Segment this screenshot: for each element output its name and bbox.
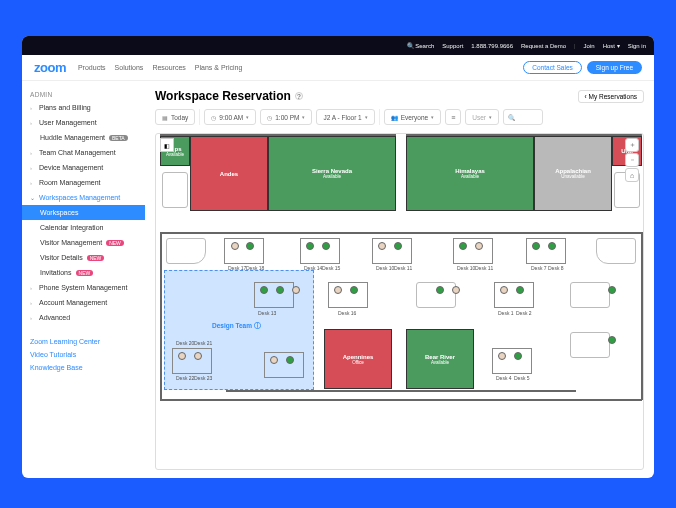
floor-filter[interactable]: J2 A - Floor 1▾ xyxy=(316,109,374,125)
sidebar-item-account-management[interactable]: ›Account Management xyxy=(22,295,145,310)
desk-available-icon[interactable] xyxy=(514,352,522,360)
zoom-out-button[interactable]: － xyxy=(625,153,639,167)
zoom-in-button[interactable]: ＋ xyxy=(625,138,639,152)
desk-available-icon[interactable] xyxy=(608,286,616,294)
nav-plans[interactable]: Plans & Pricing xyxy=(195,64,242,71)
avatar-icon[interactable] xyxy=(475,242,483,250)
desk-available-icon[interactable] xyxy=(532,242,540,250)
signin-link[interactable]: Sign in xyxy=(628,43,646,49)
desk-cluster[interactable] xyxy=(172,348,212,374)
sidebar-item-plans-and-billing[interactable]: ›Plans and Billing xyxy=(22,100,145,115)
desk-cluster[interactable] xyxy=(328,282,368,308)
sidebar-item-workspaces[interactable]: Workspaces xyxy=(22,205,145,220)
avatar-icon[interactable] xyxy=(378,242,386,250)
chevron-icon: › xyxy=(30,120,35,126)
support-link[interactable]: Support xyxy=(442,43,463,49)
avatar-icon[interactable] xyxy=(270,356,278,364)
list-view-button[interactable]: ≡ xyxy=(445,109,461,125)
link-knowledge-base[interactable]: Knowledge Base xyxy=(30,361,137,374)
avatar-icon[interactable] xyxy=(334,286,342,294)
legend-button[interactable]: ◧ xyxy=(160,138,174,152)
chevron-down-icon: ▾ xyxy=(302,114,305,120)
desk-cluster[interactable] xyxy=(526,238,566,264)
sidebar-item-room-management[interactable]: ›Room Management xyxy=(22,175,145,190)
start-time-filter[interactable]: ◷9:00 AM▾ xyxy=(204,109,256,125)
sidebar-item-label: Room Management xyxy=(39,179,100,186)
sidebar-item-user-management[interactable]: ›User Management xyxy=(22,115,145,130)
sidebar-item-invitations[interactable]: InvitationsNEW xyxy=(22,265,145,280)
zone-label: Design Team ⓘ xyxy=(212,322,261,331)
avatar-icon[interactable] xyxy=(231,242,239,250)
sign-up-button[interactable]: Sign up Free xyxy=(587,61,642,74)
desk-available-icon[interactable] xyxy=(306,242,314,250)
info-icon[interactable]: ? xyxy=(295,92,303,100)
link-learning-center[interactable]: Zoom Learning Center xyxy=(30,335,137,348)
contact-sales-button[interactable]: Contact Sales xyxy=(523,61,581,74)
host-link[interactable]: Host ▾ xyxy=(603,42,620,49)
zoom-logo[interactable]: zoom xyxy=(34,60,66,75)
end-time-filter[interactable]: ◷1:00 PM▾ xyxy=(260,109,312,125)
sidebar-item-visitor-details[interactable]: Visitor DetailsNEW xyxy=(22,250,145,265)
sidebar-item-team-chat-management[interactable]: ›Team Chat Management xyxy=(22,145,145,160)
sidebar-item-visitor-management[interactable]: Visitor ManagementNEW xyxy=(22,235,145,250)
desk-label: Desk 10 xyxy=(376,265,394,271)
room-apennines[interactable]: ApenninesOffice xyxy=(324,329,392,389)
nav-solutions[interactable]: Solutions xyxy=(115,64,144,71)
who-filter[interactable]: 👥Everyone▾ xyxy=(384,109,441,125)
nav-products[interactable]: Products xyxy=(78,64,106,71)
avatar-icon[interactable] xyxy=(194,352,202,360)
desk-cluster[interactable] xyxy=(453,238,493,264)
desk-cluster[interactable] xyxy=(300,238,340,264)
room-appalachian[interactable]: AppalachianUnavailable xyxy=(534,136,612,211)
desk-available-icon[interactable] xyxy=(246,242,254,250)
avatar-icon[interactable] xyxy=(498,352,506,360)
sidebar-item-device-management[interactable]: ›Device Management xyxy=(22,160,145,175)
nav-resources[interactable]: Resources xyxy=(152,64,185,71)
desk-available-icon[interactable] xyxy=(548,242,556,250)
user-filter[interactable]: User▾ xyxy=(465,109,499,125)
floorplan[interactable]: ◧ ＋ － ⌂ AlpsAvailable Andes Sierra Nevad… xyxy=(155,133,644,470)
desk-available-icon[interactable] xyxy=(276,286,284,294)
sidebar-item-workspaces-management[interactable]: ⌄Workspaces Management xyxy=(22,190,145,205)
desk-cluster[interactable] xyxy=(494,282,534,308)
zoom-reset-button[interactable]: ⌂ xyxy=(625,168,639,182)
desk-label: Desk 13 xyxy=(258,310,276,316)
search-link[interactable]: 🔍 Search xyxy=(407,42,435,49)
request-demo-link[interactable]: Request a Demo xyxy=(521,43,566,49)
sidebar-item-calendar-integration[interactable]: Calendar Integration xyxy=(22,220,145,235)
sidebar-item-phone-system-management[interactable]: ›Phone System Management xyxy=(22,280,145,295)
desk-cluster[interactable] xyxy=(254,282,294,308)
sidebar-heading: ADMIN xyxy=(22,89,145,100)
room-bear-river[interactable]: Bear RiverAvailable xyxy=(406,329,474,389)
desk-available-icon[interactable] xyxy=(322,242,330,250)
avatar-icon[interactable] xyxy=(500,286,508,294)
search-input[interactable]: 🔍 xyxy=(503,109,543,125)
sidebar-item-label: Workspaces Management xyxy=(39,194,120,201)
sidebar-item-huddle-management[interactable]: Huddle ManagementBETA xyxy=(22,130,145,145)
avatar-icon[interactable] xyxy=(452,286,460,294)
desk-available-icon[interactable] xyxy=(608,336,616,344)
desk-available-icon[interactable] xyxy=(459,242,467,250)
phone-link[interactable]: 1.888.799.9666 xyxy=(471,43,513,49)
desk-available-icon[interactable] xyxy=(286,356,294,364)
desk-available-icon[interactable] xyxy=(350,286,358,294)
room-himalayas[interactable]: HimalayasAvailable xyxy=(406,136,534,211)
desk-cluster[interactable] xyxy=(224,238,264,264)
sidebar-item-advanced[interactable]: ›Advanced xyxy=(22,310,145,325)
desk-furniture xyxy=(596,238,636,264)
desk-cluster[interactable] xyxy=(264,352,304,378)
avatar-icon[interactable] xyxy=(178,352,186,360)
avatar-icon[interactable] xyxy=(292,286,300,294)
join-link[interactable]: Join xyxy=(584,43,595,49)
desk-available-icon[interactable] xyxy=(516,286,524,294)
link-video-tutorials[interactable]: Video Tutorials xyxy=(30,348,137,361)
desk-cluster[interactable] xyxy=(492,348,532,374)
desk-available-icon[interactable] xyxy=(394,242,402,250)
room-andes[interactable]: Andes xyxy=(190,136,268,211)
room-sierra-nevada[interactable]: Sierra NevadaAvailable xyxy=(268,136,396,211)
date-filter[interactable]: ▦Today xyxy=(155,109,195,125)
desk-cluster[interactable] xyxy=(372,238,412,264)
desk-available-icon[interactable] xyxy=(260,286,268,294)
desk-available-icon[interactable] xyxy=(436,286,444,294)
my-reservations-button[interactable]: ‹ My Reservations xyxy=(578,90,644,103)
